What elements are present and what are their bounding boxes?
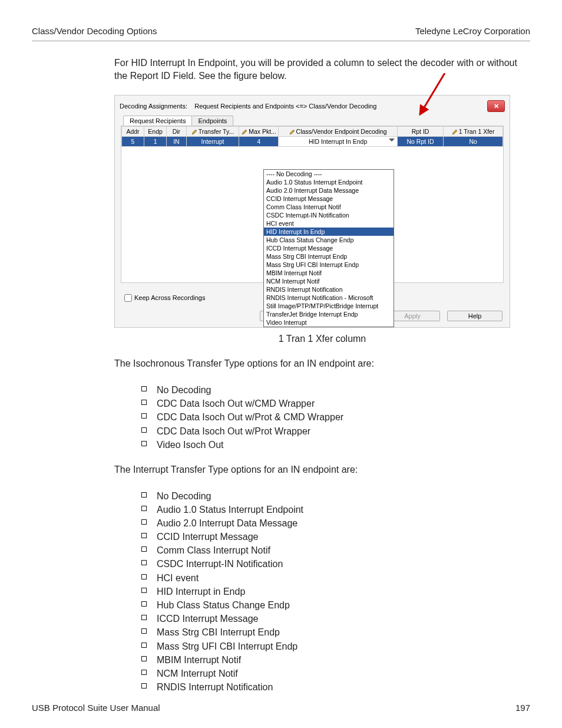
list-item: ICCD Interrupt Message [140,612,530,625]
cell-rpt-id: No Rpt ID [397,137,443,147]
col-rpt-id[interactable]: Rpt ID [397,127,443,137]
table-row[interactable]: 5 1 IN Interrupt 4 HID Interrupt In Endp… [122,137,503,147]
col-1tran1xfer[interactable]: 1 Tran 1 Xfer [444,127,503,137]
dropdown-item[interactable]: Comm Class Interrupt Notif [264,203,394,211]
cell-endp: 1 [144,137,167,147]
list-item: HCI event [140,571,530,585]
list-item: Video Isoch Out [140,438,530,452]
list-item: MBIM Interrupt Notif [140,653,530,667]
col-max-pkt[interactable]: Max Pkt... [239,127,279,137]
help-button[interactable]: Help [447,311,503,321]
list-item: CDC Data Isoch Out w/CMD Wrapper [140,397,530,410]
list-item: CDC Data Isoch Out w/Prot Wrapper [140,424,530,438]
dropdown-item[interactable]: HID Interrupt In Endp [264,228,394,236]
list-item: NCM Interrupt Notif [140,667,530,680]
dropdown-item[interactable]: Mass Strg UFI CBI Interrupt Endp [264,261,394,269]
list-item: Audio 2.0 Interrupt Data Message [140,516,530,530]
dropdown-item[interactable]: RNDIS Interrupt Notification [264,285,394,294]
dropdown-item[interactable]: CSDC Interrupt-IN Notification [264,211,394,219]
list-item: CCID Interrupt Message [140,530,530,543]
endpoints-table: Addr Endp Dir Transfer Ty... [121,126,503,147]
pencil-icon [191,129,197,135]
header-left: Class/Vendor Decoding Options [32,26,157,36]
tab-request-recipients[interactable]: Request Recipients [123,116,192,126]
cell-transfer-type: Interrupt [186,137,239,147]
list-item: No Decoding [140,489,530,503]
dropdown-item[interactable]: ICCD Interrupt Message [264,244,394,252]
pencil-icon [289,129,295,135]
footer-left: USB Protocol Suite User Manual [32,703,160,713]
dropdown-item[interactable]: TransferJet Bridge Interrupt Endp [264,310,394,318]
dropdown-item[interactable]: Audio 1.0 Status Interrupt Endpoint [264,178,394,186]
decoding-combobox[interactable]: HID Interrupt In Endp [279,137,397,147]
list-item: Mass Strg CBI Interrupt Endp [140,625,530,639]
col-transfer-type[interactable]: Transfer Ty... [186,127,239,137]
list-item: RNDIS Interrupt Notification [140,680,530,694]
list-item: CSDC Interrupt-IN Notification [140,557,530,571]
list-item: Hub Class Status Change Endp [140,598,530,612]
figure-caption: 1 Tran 1 Xfer column [114,334,530,344]
list-item: CDC Data Isoch Out w/Prot & CMD Wrapper [140,410,530,424]
list-item: Audio 1.0 Status Interrupt Endpoint [140,503,530,516]
dropdown-item[interactable]: Still Image/PTP/MTP/PictBridge Interrupt [264,302,394,310]
tab-endpoints[interactable]: Endpoints [191,116,233,126]
keep-across-recordings-checkbox[interactable]: Keep Across Recordings [122,294,205,301]
dropdown-item[interactable]: RNDIS Interrupt Notification - Microsoft [264,294,394,302]
dialog-title: Decoding Assignments: Request Recipients… [120,103,376,110]
cell-addr: 5 [122,137,144,147]
dropdown-item[interactable]: CCID Interrupt Message [264,195,394,203]
footer-page-number: 197 [515,703,530,713]
list-item: No Decoding [140,383,530,397]
col-addr[interactable]: Addr [122,127,144,137]
decoding-assignments-dialog: Decoding Assignments: Request Recipients… [114,95,510,328]
decoding-dropdown-list[interactable]: ---- No Decoding ----Audio 1.0 Status In… [263,169,394,327]
interrupt-heading: The Interrupt Transfer Type options for … [114,463,530,476]
col-dir[interactable]: Dir [167,127,187,137]
dropdown-item[interactable]: Hub Class Status Change Endp [264,236,394,244]
isoch-heading: The Isochronous Transfer Type options fo… [114,357,530,370]
isoch-options-list: No DecodingCDC Data Isoch Out w/CMD Wrap… [140,383,530,452]
cell-dir: IN [167,137,187,147]
dropdown-item[interactable]: Audio 2.0 Interrupt Data Message [264,186,394,195]
dropdown-item[interactable]: Mass Strg CBI Interrupt Endp [264,252,394,261]
pencil-icon [452,129,458,135]
close-button[interactable]: ✕ [487,100,505,112]
cell-1tran1xfer: No [444,137,503,147]
col-decoding[interactable]: Class/Vendor Endpoint Decoding [279,127,397,137]
cell-max-pkt: 4 [239,137,279,147]
dropdown-item[interactable]: HCI event [264,219,394,228]
header-right: Teledyne LeCroy Corporation [415,26,530,36]
dropdown-item[interactable]: Video Interrupt [264,318,394,327]
dropdown-item[interactable]: MBIM Interrupt Notif [264,269,394,277]
interrupt-options-list: No DecodingAudio 1.0 Status Interrupt En… [140,489,530,694]
list-item: Comm Class Interrupt Notif [140,543,530,557]
list-item: HID Interrupt in Endp [140,585,530,598]
dropdown-item[interactable]: NCM Interrupt Notif [264,277,394,285]
list-item: Mass Strg UFI CBI Interrupt Endp [140,640,530,653]
intro-paragraph: For HID Interrupt In Endpoint, you will … [114,57,530,82]
dropdown-item[interactable]: ---- No Decoding ---- [264,170,394,178]
col-endp[interactable]: Endp [144,127,167,137]
pencil-icon [242,129,247,135]
